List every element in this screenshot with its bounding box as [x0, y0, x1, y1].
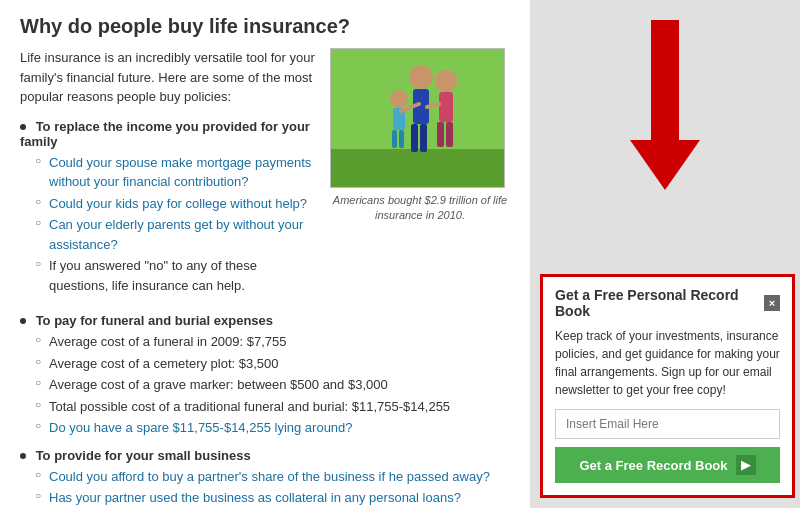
list-item: Average cost of a cemetery plot: $3,500 [35, 354, 510, 374]
svg-rect-8 [437, 122, 444, 147]
section-1-label: To replace the income you provided for y… [20, 119, 315, 149]
free-book-button[interactable]: Get a Free Record Book ▶ [555, 447, 780, 483]
section-1: To replace the income you provided for y… [20, 119, 315, 296]
popup-button-label: Get a Free Record Book [579, 458, 727, 473]
list-item: If you answered "no" to any of these que… [35, 256, 315, 295]
button-arrow-icon: ▶ [736, 455, 756, 475]
bullet-dot-3 [20, 453, 26, 459]
svg-point-6 [435, 70, 457, 92]
red-arrow [630, 20, 700, 190]
close-icon[interactable]: × [764, 295, 780, 311]
svg-rect-12 [392, 130, 397, 148]
main-list: To replace the income you provided for y… [20, 119, 315, 296]
svg-rect-5 [420, 124, 427, 152]
text-section: Life insurance is an incredibly versatil… [20, 48, 315, 305]
family-image [330, 48, 505, 188]
svg-rect-9 [446, 122, 453, 147]
section-2-sublist: Average cost of a funeral in 2009: $7,75… [20, 332, 510, 438]
main-content: Why do people buy life insurance? Life i… [0, 0, 530, 508]
popup-close-button[interactable]: × [764, 295, 780, 311]
popup-header: Get a Free Personal Record Book × [555, 287, 780, 319]
section-2: To pay for funeral and burial expenses A… [20, 313, 510, 438]
list-item: Can your elderly parents get by without … [35, 215, 315, 254]
image-caption: Americans bought $2.9 trillion of life i… [330, 193, 510, 224]
bullet-dot-2 [20, 318, 26, 324]
svg-point-10 [390, 90, 408, 108]
list-item: Do you have a spare $11,755-$14,255 lyin… [35, 418, 510, 438]
lower-sections: To pay for funeral and burial expenses A… [20, 313, 510, 508]
section-3: To provide for your small business Could… [20, 448, 510, 509]
bullet-dot-1 [20, 124, 26, 130]
popup-box: Get a Free Personal Record Book × Keep t… [540, 274, 795, 498]
popup-body-text: Keep track of your investments, insuranc… [555, 327, 780, 399]
section-1-sublist: Could your spouse make mortgage payments… [20, 153, 315, 296]
list-item: Could your spouse make mortgage payments… [35, 153, 315, 192]
intro-text: Life insurance is an incredibly versatil… [20, 48, 315, 107]
list-item: Has your partner used the business as co… [35, 488, 510, 508]
right-sidebar: Get a Free Personal Record Book × Keep t… [530, 0, 800, 508]
svg-rect-13 [399, 130, 404, 148]
arrow-shaft [651, 20, 679, 140]
section-2-label: To pay for funeral and burial expenses [20, 313, 510, 328]
content-with-image: Life insurance is an incredibly versatil… [20, 48, 510, 305]
popup-title: Get a Free Personal Record Book [555, 287, 764, 319]
list-item: Total possible cost of a traditional fun… [35, 397, 510, 417]
svg-rect-1 [331, 149, 505, 188]
section-3-label: To provide for your small business [20, 448, 510, 463]
svg-rect-4 [411, 124, 418, 152]
svg-rect-7 [439, 92, 453, 122]
svg-point-2 [409, 65, 433, 89]
image-section: Americans bought $2.9 trillion of life i… [330, 48, 510, 305]
list-item: Average cost of a funeral in 2009: $7,75… [35, 332, 510, 352]
list-item: Could you afford to buy a partner's shar… [35, 467, 510, 487]
list-item: Could your kids pay for college without … [35, 194, 315, 214]
email-input[interactable] [555, 409, 780, 439]
arrow-head [630, 140, 700, 190]
section-3-sublist: Could you afford to buy a partner's shar… [20, 467, 510, 509]
page-title: Why do people buy life insurance? [20, 15, 510, 38]
list-item: Average cost of a grave marker: between … [35, 375, 510, 395]
